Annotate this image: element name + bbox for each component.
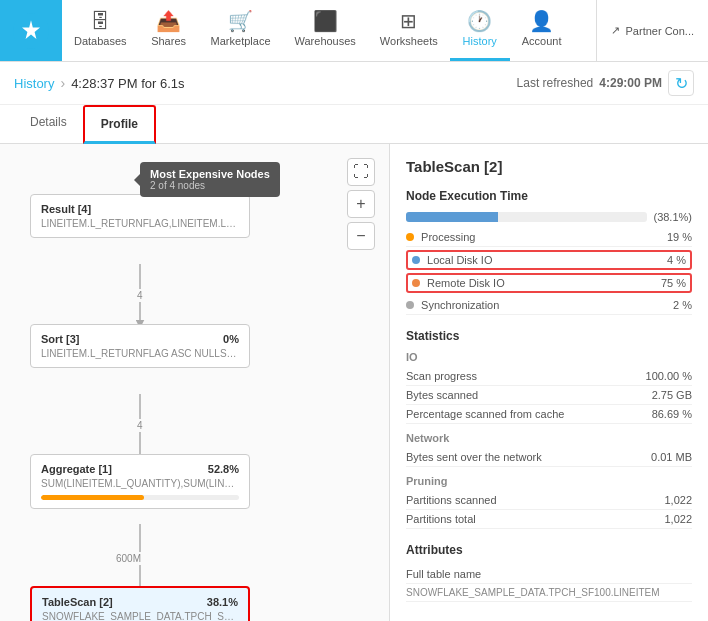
statistics-label: Statistics: [406, 329, 692, 343]
stat-row-pct-cache: Percentage scanned from cache 86.69 %: [406, 405, 692, 424]
node-sort-title: Sort [3]: [41, 333, 239, 345]
nav-shares[interactable]: 📤 Shares: [139, 0, 199, 61]
nav-history-label: History: [463, 35, 497, 47]
bytes-network-value: 0.01 MB: [651, 451, 692, 463]
node-aggregate-pct: 52.8%: [208, 463, 239, 475]
fit-button[interactable]: ⛶: [347, 158, 375, 186]
app-logo[interactable]: [0, 0, 62, 61]
breadcrumb-root[interactable]: History: [14, 76, 54, 91]
local-disk-label: Local Disk IO: [412, 254, 492, 266]
exec-bar-row: (38.1%): [406, 211, 692, 223]
partner-connect[interactable]: ↗ Partner Con...: [596, 0, 708, 61]
sync-label: Synchronization: [406, 299, 499, 311]
node-aggregate-subtitle: SUM(LINEITEM.L_QUANTITY),SUM(LINEIT...: [41, 478, 239, 489]
nav-worksheets-label: Worksheets: [380, 35, 438, 47]
marketplace-icon: 🛒: [228, 11, 253, 31]
remote-disk-dot: [412, 279, 420, 287]
details-title: TableScan [2]: [406, 158, 692, 175]
tooltip-most-expensive: Most Expensive Nodes 2 of 4 nodes: [140, 162, 280, 197]
partitions-scanned-label: Partitions scanned: [406, 494, 497, 506]
nav-history[interactable]: 🕐 History: [450, 0, 510, 61]
processing-value: 19 %: [667, 231, 692, 243]
exec-bar-fill: [406, 212, 498, 222]
nav-marketplace-label: Marketplace: [211, 35, 271, 47]
refresh-button[interactable]: ↻: [668, 70, 694, 96]
connector-label-2: 4: [133, 419, 147, 432]
stat-row-full-table-name: Full table name: [406, 565, 692, 584]
stat-row-remote-disk: Remote Disk IO 75 %: [406, 273, 692, 293]
partner-connect-label: Partner Con...: [626, 25, 694, 37]
top-nav: 🗄 Databases 📤 Shares 🛒 Marketplace ⬛ War…: [0, 0, 708, 62]
main-content: Most Expensive Nodes 2 of 4 nodes Result…: [0, 144, 708, 621]
local-disk-dot: [412, 256, 420, 264]
shares-icon: 📤: [156, 11, 181, 31]
node-aggregate[interactable]: Aggregate [1] SUM(LINEITEM.L_QUANTITY),S…: [30, 454, 250, 509]
pct-cache-value: 86.69 %: [652, 408, 692, 420]
stat-row-bytes-scanned: Bytes scanned 2.75 GB: [406, 386, 692, 405]
node-tablescan-pct: 38.1%: [207, 596, 238, 608]
breadcrumb-separator: ›: [60, 75, 65, 91]
stat-group-network: Network Bytes sent over the network 0.01…: [406, 432, 692, 467]
nav-items: 🗄 Databases 📤 Shares 🛒 Marketplace ⬛ War…: [62, 0, 596, 61]
tooltip-title: Most Expensive Nodes: [150, 168, 270, 180]
node-result[interactable]: Result [4] LINEITEM.L_RETURNFLAG,LINEITE…: [30, 194, 250, 238]
attributes-label: Attributes: [406, 543, 692, 557]
stat-row-sync: Synchronization 2 %: [406, 296, 692, 315]
nav-warehouses[interactable]: ⬛ Warehouses: [283, 0, 368, 61]
exec-bar-track: [406, 212, 647, 222]
exec-bar-pct: (38.1%): [653, 211, 692, 223]
node-result-title: Result [4]: [41, 203, 239, 215]
stat-row-partitions-total: Partitions total 1,022: [406, 510, 692, 529]
details-panel: TableScan [2] Node Execution Time (38.1%…: [390, 144, 708, 621]
tab-details[interactable]: Details: [14, 105, 83, 143]
local-disk-value: 4 %: [667, 254, 686, 266]
nav-databases[interactable]: 🗄 Databases: [62, 0, 139, 61]
bytes-scanned-label: Bytes scanned: [406, 389, 478, 401]
pct-cache-label: Percentage scanned from cache: [406, 408, 564, 420]
nav-account-label: Account: [522, 35, 562, 47]
sync-dot: [406, 301, 414, 309]
stat-row-processing: Processing 19 %: [406, 228, 692, 247]
node-aggregate-progress: [41, 495, 239, 500]
last-refreshed-label: Last refreshed: [517, 76, 594, 90]
connector-label-1: 4: [133, 289, 147, 302]
worksheets-icon: ⊞: [400, 11, 417, 31]
nav-marketplace[interactable]: 🛒 Marketplace: [199, 0, 283, 61]
exec-time-label: Node Execution Time: [406, 189, 692, 203]
tab-profile[interactable]: Profile: [83, 105, 156, 144]
remote-disk-label: Remote Disk IO: [412, 277, 505, 289]
bytes-network-label: Bytes sent over the network: [406, 451, 542, 463]
table-name-value: SNOWFLAKE_SAMPLE_DATA.TPCH_SF100.LINEITE…: [406, 587, 660, 598]
last-refreshed-time: 4:29:00 PM: [599, 76, 662, 90]
nav-account[interactable]: 👤 Account: [510, 0, 574, 61]
node-result-subtitle: LINEITEM.L_RETURNFLAG,LINEITEM.L_LIN...: [41, 218, 239, 229]
partner-connect-icon: ↗: [611, 24, 620, 37]
partitions-total-label: Partitions total: [406, 513, 476, 525]
network-group-title: Network: [406, 432, 692, 444]
tooltip-subtitle: 2 of 4 nodes: [150, 180, 270, 191]
node-sort[interactable]: Sort [3] LINEITEM.L_RETURNFLAG ASC NULLS…: [30, 324, 250, 368]
node-tablescan[interactable]: TableScan [2] SNOWFLAKE_SAMPLE_DATA.TPCH…: [30, 586, 250, 621]
partitions-total-value: 1,022: [664, 513, 692, 525]
tabs-bar: Details Profile: [0, 105, 708, 144]
warehouses-icon: ⬛: [313, 11, 338, 31]
zoom-out-button[interactable]: −: [347, 222, 375, 250]
processing-dot: [406, 233, 414, 241]
node-sort-subtitle: LINEITEM.L_RETURNFLAG ASC NULLS LA...: [41, 348, 239, 359]
stat-row-partitions-scanned: Partitions scanned 1,022: [406, 491, 692, 510]
io-group-title: IO: [406, 351, 692, 363]
account-icon: 👤: [529, 11, 554, 31]
scan-progress-label: Scan progress: [406, 370, 477, 382]
bytes-scanned-value: 2.75 GB: [652, 389, 692, 401]
graph-panel: Most Expensive Nodes 2 of 4 nodes Result…: [0, 144, 390, 621]
databases-icon: 🗄: [90, 11, 110, 31]
node-tablescan-subtitle: SNOWFLAKE_SAMPLE_DATA.TPCH_SF100....: [42, 611, 238, 621]
last-refreshed: Last refreshed 4:29:00 PM ↻: [517, 70, 694, 96]
nav-worksheets[interactable]: ⊞ Worksheets: [368, 0, 450, 61]
zoom-in-button[interactable]: +: [347, 190, 375, 218]
zoom-controls: ⛶ + −: [347, 158, 375, 250]
stat-row-local-disk: Local Disk IO 4 %: [406, 250, 692, 270]
breadcrumb-bar: History › 4:28:37 PM for 6.1s Last refre…: [0, 62, 708, 105]
full-table-name-label: Full table name: [406, 568, 481, 580]
node-aggregate-progress-fill: [41, 495, 144, 500]
